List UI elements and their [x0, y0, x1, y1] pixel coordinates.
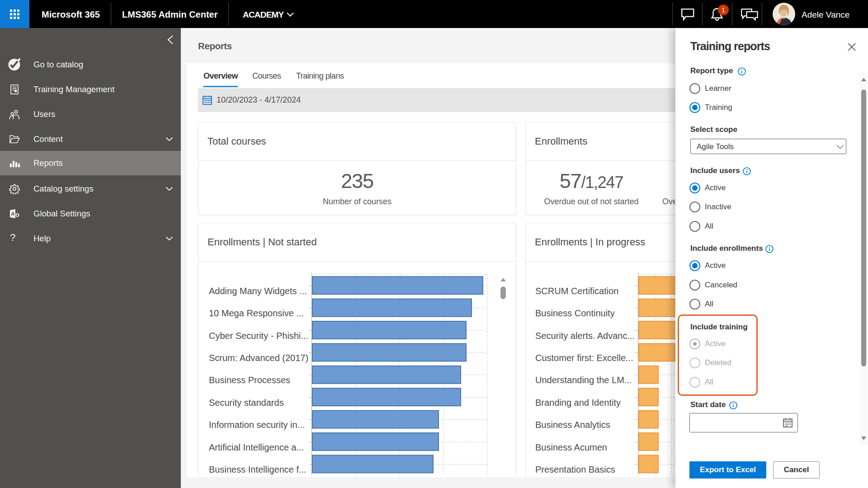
svg-text:SCRUM Certification: SCRUM Certification: [535, 286, 618, 296]
svg-text:Branding and Identity: Branding and Identity: [535, 398, 621, 408]
svg-text:Business Processes: Business Processes: [209, 375, 290, 385]
svg-text:Cyber Security - Phishi...: Cyber Security - Phishi...: [209, 331, 308, 341]
svg-text:Information security in...: Information security in...: [209, 420, 305, 430]
svg-text:Adding Many Widgets ...: Adding Many Widgets ...: [209, 286, 307, 296]
svg-text:Business Acumen: Business Acumen: [535, 442, 607, 452]
svg-text:Business Intelligence f...: Business Intelligence f...: [209, 465, 307, 474]
svg-text:Artificial Intelligence a...: Artificial Intelligence a...: [209, 442, 304, 452]
svg-text:A: A: [11, 211, 15, 216]
svg-text:Security standards: Security standards: [209, 398, 284, 408]
svg-text:Customer first: Excelle...: Customer first: Excelle...: [535, 353, 633, 363]
svg-text:Presentation Basics: Presentation Basics: [535, 465, 615, 474]
svg-text:Understanding the LM...: Understanding the LM...: [535, 375, 632, 385]
svg-text:10 Mega Responsive ...: 10 Mega Responsive ...: [209, 308, 304, 318]
svg-text:Business Continuity: Business Continuity: [535, 308, 615, 318]
svg-text:Scrum: Advanced (2017): Scrum: Advanced (2017): [209, 353, 308, 363]
svg-text:Security alerts. Advanc...: Security alerts. Advanc...: [535, 331, 635, 341]
svg-text:Business Analytics: Business Analytics: [535, 420, 610, 430]
